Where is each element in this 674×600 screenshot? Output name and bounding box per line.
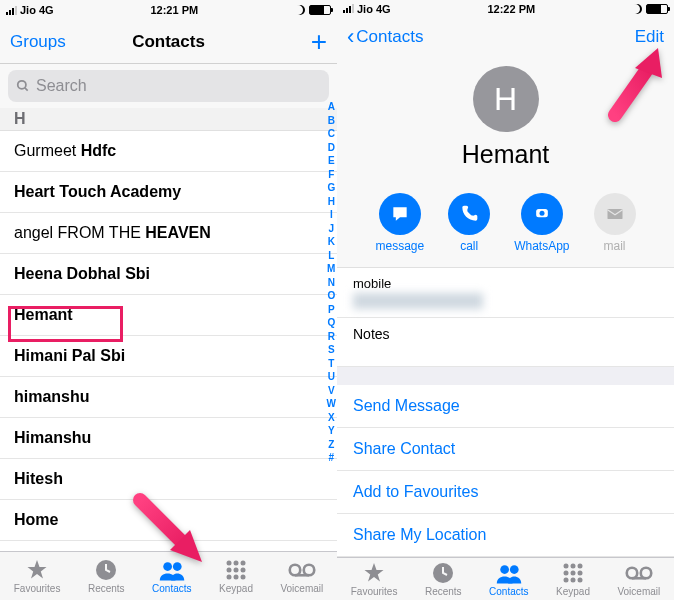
link-send-message[interactable]: Send Message: [337, 385, 674, 428]
index-letter[interactable]: L: [327, 249, 336, 263]
index-letter[interactable]: U: [327, 370, 336, 384]
svg-point-32: [627, 568, 638, 579]
tab-recents[interactable]: Recents: [88, 558, 125, 594]
time-label: 12:21 PM: [150, 4, 198, 16]
contact-header: H Hemant: [337, 56, 674, 183]
nav-bar: ‹Contacts Edit: [337, 18, 674, 57]
svg-point-18: [539, 211, 544, 216]
index-letter[interactable]: Z: [327, 438, 336, 452]
carrier-label: Jio: [20, 4, 36, 16]
svg-point-29: [563, 578, 568, 583]
index-letter[interactable]: R: [327, 330, 336, 344]
add-contact-button[interactable]: +: [311, 26, 327, 58]
recents-icon: [92, 558, 120, 582]
index-letter[interactable]: A: [327, 100, 336, 114]
index-letter[interactable]: N: [327, 276, 336, 290]
index-letter[interactable]: H: [327, 195, 336, 209]
avatar: H: [473, 66, 539, 132]
index-letter[interactable]: X: [327, 411, 336, 425]
back-button[interactable]: ‹Contacts: [347, 24, 423, 50]
time-label: 12:22 PM: [487, 3, 535, 15]
search-placeholder: Search: [36, 77, 87, 95]
battery-icon: [309, 5, 331, 15]
tab-voicemail[interactable]: Voicemail: [617, 561, 660, 597]
index-letter[interactable]: E: [327, 154, 336, 168]
signal-icon: [343, 4, 354, 13]
index-bar[interactable]: ABCDEFGHIJKLMNOPQRSTUVWXYZ#: [327, 100, 336, 465]
index-letter[interactable]: G: [327, 181, 336, 195]
index-letter[interactable]: K: [327, 235, 336, 249]
svg-point-4: [173, 562, 182, 571]
groups-button[interactable]: Groups: [10, 32, 66, 52]
index-letter[interactable]: V: [327, 384, 336, 398]
dnd-icon: [295, 5, 305, 15]
action-message[interactable]: message: [375, 193, 424, 253]
favourites-icon: [360, 561, 388, 585]
svg-point-25: [577, 564, 582, 569]
action-WhatsApp[interactable]: WhatsApp: [514, 193, 569, 253]
index-letter[interactable]: P: [327, 303, 336, 317]
index-letter[interactable]: F: [327, 168, 336, 182]
index-letter[interactable]: S: [327, 343, 336, 357]
index-letter[interactable]: Q: [327, 316, 336, 330]
link-share-contact[interactable]: Share Contact: [337, 428, 674, 471]
edit-button[interactable]: Edit: [635, 27, 664, 47]
search-icon: [16, 79, 30, 93]
tab-voicemail[interactable]: Voicemail: [280, 558, 323, 594]
contact-row[interactable]: Hemant: [0, 295, 337, 336]
search-input[interactable]: Search: [8, 70, 329, 102]
nav-bar: Groups Contacts +: [0, 20, 337, 64]
index-letter[interactable]: J: [327, 222, 336, 236]
contact-row[interactable]: Himani Pal Sbi: [0, 336, 337, 377]
link-add-to-favourites[interactable]: Add to Favourites: [337, 471, 674, 514]
contact-row[interactable]: Himanshu: [0, 418, 337, 459]
contacts-icon: [495, 561, 523, 585]
tab-keypad[interactable]: Keypad: [219, 558, 253, 594]
signal-icon: [6, 6, 17, 15]
index-letter[interactable]: C: [327, 127, 336, 141]
svg-point-6: [233, 561, 238, 566]
contact-row[interactable]: angel FROM THE HEAVEN: [0, 213, 337, 254]
notes-label: Notes: [353, 326, 390, 342]
status-bar: Jio 4G 12:21 PM: [0, 0, 337, 20]
index-letter[interactable]: T: [327, 357, 336, 371]
action-call[interactable]: call: [448, 193, 490, 253]
tab-contacts[interactable]: Contacts: [152, 558, 191, 594]
contact-row[interactable]: Hitesh: [0, 459, 337, 500]
mobile-row[interactable]: mobile: [337, 268, 674, 318]
svg-point-8: [226, 568, 231, 573]
contact-row[interactable]: Heena Dobhal Sbi: [0, 254, 337, 295]
voicemail-icon: [288, 558, 316, 582]
index-letter[interactable]: B: [327, 114, 336, 128]
contact-row[interactable]: Home: [0, 500, 337, 541]
index-letter[interactable]: #: [327, 451, 336, 465]
notes-row[interactable]: Notes: [337, 318, 674, 367]
index-letter[interactable]: I: [327, 208, 336, 222]
contact-list[interactable]: Gurmeet HdfcHeart Touch Academyangel FRO…: [0, 131, 337, 551]
tab-favourites[interactable]: Favourites: [351, 561, 398, 597]
contact-row[interactable]: Heart Touch Academy: [0, 172, 337, 213]
index-letter[interactable]: M: [327, 262, 336, 276]
recents-icon: [429, 561, 457, 585]
link-share-my-location[interactable]: Share My Location: [337, 514, 674, 557]
index-letter[interactable]: W: [327, 397, 336, 411]
tab-favourites[interactable]: Favourites: [14, 558, 61, 594]
favourites-icon: [23, 558, 51, 582]
contact-row[interactable]: Home: [0, 541, 337, 551]
page-title: Contacts: [132, 32, 205, 52]
tab-recents[interactable]: Recents: [425, 561, 462, 597]
svg-line-1: [25, 88, 28, 91]
screen-contacts-list: Jio 4G 12:21 PM Groups Contacts + Search…: [0, 0, 337, 600]
tab-keypad[interactable]: Keypad: [556, 561, 590, 597]
message-icon: [379, 193, 421, 235]
index-letter[interactable]: Y: [327, 424, 336, 438]
mobile-number: [353, 293, 483, 309]
tab-contacts[interactable]: Contacts: [489, 561, 528, 597]
contact-row[interactable]: himanshu: [0, 377, 337, 418]
call-icon: [448, 193, 490, 235]
svg-point-26: [563, 571, 568, 576]
contact-row[interactable]: Gurmeet Hdfc: [0, 131, 337, 172]
index-letter[interactable]: O: [327, 289, 336, 303]
index-letter[interactable]: D: [327, 141, 336, 155]
tab-bar: FavouritesRecentsContactsKeypadVoicemail: [337, 557, 674, 600]
